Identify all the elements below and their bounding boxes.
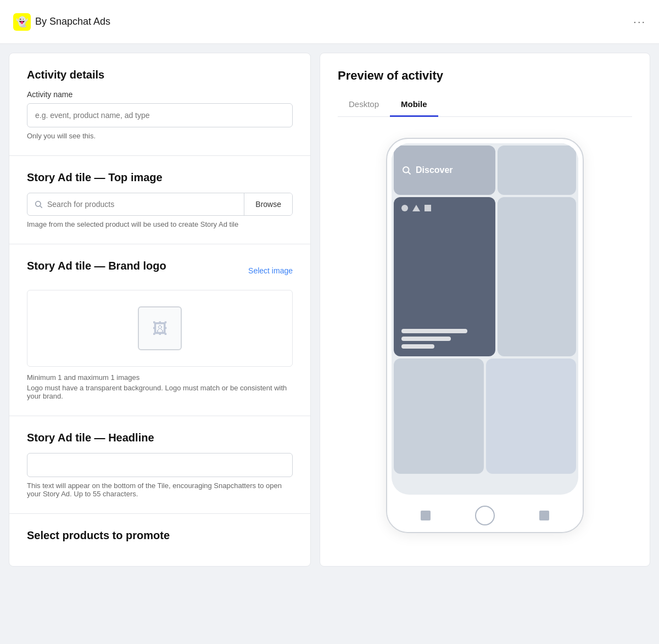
svg-point-0 [36,201,41,206]
brand-logo-hint2: Logo must have a transparent background.… [27,384,293,400]
top-image-hint: Image from the selected product will be … [27,220,293,228]
discover-search-icon [401,165,411,175]
svg-point-2 [403,167,409,173]
story-line-2 [401,337,451,341]
search-browse-row: Browse [27,193,293,216]
bottom-story-row [392,359,578,476]
story-icons-row [401,205,488,211]
activity-name-hint: Only you will see this. [27,132,293,140]
preview-tabs: Desktop Mobile [338,94,632,117]
story-side-tile [498,197,576,356]
brand-logo-title: Story Ad tile — Brand logo [27,260,166,272]
story-row [392,197,578,359]
nav-icon-camera [475,506,495,525]
image-placeholder-icon: 🖼 [152,320,167,338]
right-panel: Preview of activity Desktop Mobile [320,53,650,567]
search-icon [34,200,43,209]
search-input-wrap [27,193,244,215]
select-image-link[interactable]: Select image [248,266,293,275]
browse-button[interactable]: Browse [244,193,292,215]
bottom-tile-left [394,359,484,474]
story-main-tile [394,197,495,356]
nav-icon-profile [539,511,549,520]
brand-title: 👻 By Snapchat Ads [13,13,110,31]
phone-screen: Discover [392,143,578,495]
story-line-1 [401,329,467,333]
empty-tile-top-right [498,145,576,195]
bottom-tile-right [486,359,576,474]
story-ad-brand-logo-section: Story Ad tile — Brand logo Select image … [9,244,310,416]
brand-text: By Snapchat Ads [35,16,110,27]
select-products-title: Select products to promote [27,529,293,542]
story-ad-top-image-title: Story Ad tile — Top image [27,171,293,184]
tab-desktop[interactable]: Desktop [338,94,390,117]
image-upload-area[interactable]: 🖼 [27,290,293,367]
activity-details-title: Activity details [27,69,293,81]
brand-logo-title-row: Story Ad tile — Brand logo Select image [27,260,293,281]
story-ad-top-image-section: Story Ad tile — Top image Browse Image f… [9,156,310,244]
svg-line-1 [40,206,42,208]
discover-label: Discover [416,165,453,175]
nav-icon-home [421,511,431,520]
svg-line-3 [408,172,410,174]
preview-title: Preview of activity [338,69,632,83]
phone-mockup-wrap: Discover [338,132,632,533]
more-options-icon[interactable]: ··· [633,15,646,28]
activity-name-label: Activity name [27,90,293,99]
left-panel: Activity details Activity name Only you … [9,53,311,567]
story-ad-headline-title: Story Ad tile — Headline [27,432,293,444]
main-layout: Activity details Activity name Only you … [0,53,659,575]
discover-tile: Discover [394,145,495,195]
brand-logo-hint1: Minimum 1 and maximum 1 images [27,373,293,382]
phone-mockup: Discover [386,138,584,533]
story-ad-headline-section: Story Ad tile — Headline This text will … [9,416,310,514]
tab-mobile[interactable]: Mobile [390,94,438,117]
image-placeholder: 🖼 [138,306,182,350]
activity-details-section: Activity details Activity name Only you … [9,53,310,156]
story-line-3 [401,344,434,349]
phone-bottom-bar [387,499,583,532]
search-products-input[interactable] [47,193,237,215]
story-text-lines [401,329,488,349]
story-icon-triangle [412,205,420,211]
story-icon-square [425,205,431,211]
activity-name-input[interactable] [27,103,293,127]
headline-input[interactable] [27,453,293,477]
snapchat-logo-icon: 👻 [13,13,31,31]
top-header: 👻 By Snapchat Ads ··· [0,0,659,44]
discover-row: Discover [392,143,578,197]
headline-hint: This text will appear on the bottom of t… [27,481,293,498]
story-icon-circle [401,205,408,211]
select-products-section: Select products to promote [9,514,310,566]
